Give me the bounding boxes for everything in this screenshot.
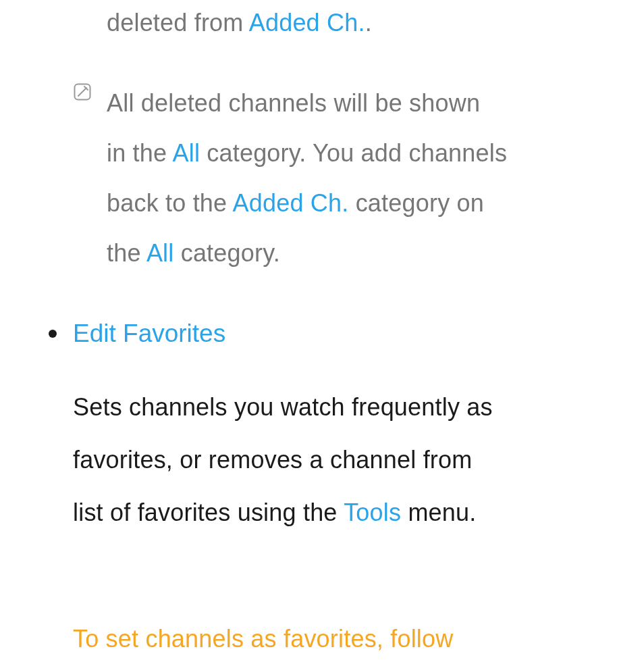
- link-added-ch: Added Ch.: [233, 189, 349, 217]
- note-block: All deleted channels will be shown in th…: [0, 78, 644, 278]
- text-fragment: deleted from: [107, 9, 249, 36]
- text-fragment: in the: [107, 139, 172, 167]
- text-fragment: the: [107, 239, 146, 267]
- link-tools: Tools: [344, 499, 401, 526]
- text-fragment: favorites, or removes a channel from: [73, 446, 472, 474]
- instruction-block: To set channels as favorites, follow: [0, 620, 644, 658]
- section-heading-row: Edit Favorites: [0, 319, 644, 349]
- text-line: To set channels as favorites, follow: [73, 620, 624, 658]
- section-title: Edit Favorites: [73, 319, 624, 349]
- text-fragment: All deleted channels will be shown: [107, 89, 480, 117]
- text-line: back to the Added Ch. category on: [107, 178, 624, 228]
- section-body: Sets channels you watch frequently as fa…: [0, 381, 644, 539]
- manual-page: deleted from Added Ch.. All deleted chan…: [0, 0, 644, 660]
- link-all: All: [146, 239, 174, 267]
- text-fragment: category. You add channels: [200, 139, 507, 167]
- text-line: deleted from Added Ch..: [107, 4, 624, 42]
- text-fragment: Sets channels you watch frequently as: [73, 393, 493, 421]
- section-title-text: Edit Favorites: [73, 320, 225, 347]
- text-line: Sets channels you watch frequently as: [73, 381, 624, 434]
- text-fragment: menu.: [401, 499, 476, 526]
- prev-paragraph-tail: deleted from Added Ch..: [0, 0, 644, 42]
- text-fragment: back to the: [107, 189, 233, 217]
- link-all: All: [172, 139, 200, 167]
- instruction-text: To set channels as favorites, follow: [73, 625, 453, 653]
- text-fragment: category on: [348, 189, 484, 217]
- text-fragment: list of favorites using the: [73, 499, 344, 526]
- text-line: All deleted channels will be shown: [107, 78, 624, 128]
- text-line: favorites, or removes a channel from: [73, 434, 624, 486]
- text-line: in the All category. You add channels: [107, 128, 624, 178]
- text-fragment: category.: [173, 239, 279, 267]
- bullet-icon: [49, 330, 57, 338]
- text-fragment: .: [365, 9, 372, 36]
- link-added-ch: Added Ch.: [249, 9, 365, 36]
- text-line: list of favorites using the Tools menu.: [73, 486, 624, 539]
- note-icon: [73, 82, 92, 101]
- text-line: the All category.: [107, 228, 624, 278]
